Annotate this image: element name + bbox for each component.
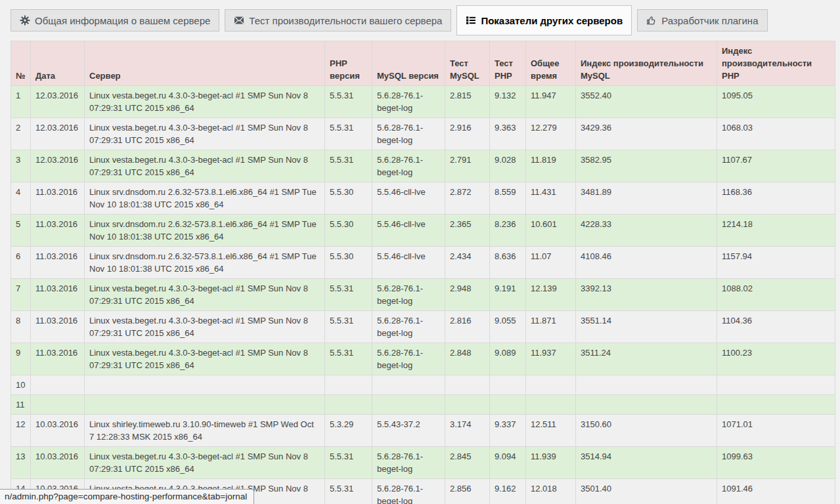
cell-date: 11.03.2016	[31, 343, 85, 375]
cell-num: 1	[11, 86, 31, 118]
cell-num: 3	[11, 150, 31, 182]
cell-server: Linux vesta.beget.ru 4.3.0-3-beget-acl #…	[85, 311, 325, 343]
cell-num: 7	[11, 279, 31, 311]
cell-mysql-version: 5.6.28-76.1-beget-log	[372, 311, 445, 343]
cell-test-php: 9.028	[490, 150, 526, 182]
cell-date: 12.03.2016	[31, 150, 85, 182]
column-header-php-version: PHP версия	[325, 41, 372, 86]
cell-server: Linux vesta.beget.ru 4.3.0-3-beget-acl #…	[85, 86, 325, 118]
table-row: 811.03.2016Linux vesta.beget.ru 4.3.0-3-…	[11, 311, 835, 343]
column-header-mysql-version: MySQL версия	[372, 41, 445, 86]
cell-mysql-version: 5.6.28-76.1-beget-log	[372, 150, 445, 182]
cell-server: Linux srv.dnsdom.ru 2.6.32-573.8.1.el6.x…	[85, 215, 325, 247]
table-row: 312.03.2016Linux vesta.beget.ru 4.3.0-3-…	[11, 150, 835, 182]
cell-perf-index-php: 1068.03	[717, 118, 835, 150]
cell-mysql-version: 5.6.28-76.1-beget-log	[372, 479, 445, 504]
thumbs-up-icon	[646, 15, 657, 26]
tab-plugin-developer[interactable]: Разработчик плагина	[637, 9, 767, 32]
cell-server	[85, 395, 325, 415]
cell-date: 11.03.2016	[31, 247, 85, 279]
cell-perf-index-mysql: 3552.40	[576, 86, 717, 118]
cell-perf-index-mysql: 3582.95	[576, 150, 717, 182]
tab-general-server-info[interactable]: Общая информация о вашем сервере	[11, 9, 219, 32]
cell-server: Linux shirley.timeweb.ru 3.10.90-timeweb…	[85, 415, 325, 447]
tab-bar: Общая информация о вашем сервере Тест пр…	[0, 0, 840, 32]
cell-perf-index-mysql: 3514.94	[576, 447, 717, 479]
cell-test-mysql: 2.845	[445, 447, 490, 479]
cell-total-time	[526, 395, 576, 415]
table-row: 112.03.2016Linux vesta.beget.ru 4.3.0-3-…	[11, 86, 835, 118]
cell-test-php: 9.094	[490, 447, 526, 479]
cell-server: Linux vesta.beget.ru 4.3.0-3-beget-acl #…	[85, 447, 325, 479]
cell-perf-index-php: 1088.02	[717, 279, 835, 311]
cell-php-version: 5.5.30	[325, 215, 372, 247]
cell-test-mysql: 2.872	[445, 182, 490, 215]
cell-test-php: 9.337	[490, 415, 526, 447]
cell-php-version: 5.3.29	[325, 415, 372, 447]
cell-test-php: 8.236	[490, 215, 526, 247]
list-icon	[466, 15, 476, 26]
cell-php-version: 5.5.31	[325, 118, 372, 150]
servers-benchmark-table: №ДатаСерверPHP версияMySQL версияТест My…	[11, 41, 835, 504]
column-header-num: №	[11, 41, 31, 86]
cell-server	[85, 375, 325, 395]
cell-perf-index-php: 1157.94	[717, 247, 835, 279]
cell-num: 12	[11, 415, 31, 447]
cell-perf-index-php	[717, 395, 835, 415]
cell-test-php	[490, 375, 526, 395]
cell-test-php: 9.089	[490, 343, 526, 375]
cell-perf-index-mysql	[576, 375, 717, 395]
cell-test-mysql	[445, 395, 490, 415]
tab-your-server-performance-test[interactable]: Тест производительности вашего сервера	[225, 9, 451, 32]
cell-num: 10	[11, 375, 31, 395]
cell-perf-index-mysql: 3511.24	[576, 343, 717, 375]
cell-perf-index-php: 1214.18	[717, 215, 835, 247]
cell-date: 11.03.2016	[31, 279, 85, 311]
gear-icon	[20, 15, 30, 26]
table-row: 411.03.2016Linux srv.dnsdom.ru 2.6.32-57…	[11, 182, 835, 215]
cell-perf-index-php: 1099.63	[717, 447, 835, 479]
tab-other-servers-metrics[interactable]: Показатели других серверов	[456, 5, 632, 35]
cell-date: 11.03.2016	[31, 182, 85, 215]
cell-test-mysql: 2.434	[445, 247, 490, 279]
cell-php-version: 5.5.31	[325, 279, 372, 311]
cell-perf-index-php: 1100.23	[717, 343, 835, 375]
cell-php-version	[325, 375, 372, 395]
cell-mysql-version: 5.6.28-76.1-beget-log	[372, 447, 445, 479]
cell-php-version: 5.5.31	[325, 479, 372, 504]
cell-total-time: 11.939	[526, 447, 576, 479]
cell-test-php	[490, 395, 526, 415]
cell-server: Linux srv.dnsdom.ru 2.6.32-573.8.1.el6.x…	[85, 182, 325, 215]
cell-test-mysql: 2.856	[445, 479, 490, 504]
cell-server: Linux srv.dnsdom.ru 2.6.32-573.8.1.el6.x…	[85, 247, 325, 279]
cell-perf-index-php: 1091.46	[717, 479, 835, 504]
cell-num: 5	[11, 215, 31, 247]
cell-mysql-version: 5.5.46-cll-lve	[372, 247, 445, 279]
table-body: 112.03.2016Linux vesta.beget.ru 4.3.0-3-…	[11, 86, 835, 504]
cell-php-version: 5.5.31	[325, 447, 372, 479]
tab-label: Тест производительности вашего сервера	[249, 15, 442, 26]
cell-num: 13	[11, 447, 31, 479]
header-row: №ДатаСерверPHP версияMySQL версияТест My…	[11, 41, 835, 86]
cell-perf-index-php: 1095.05	[717, 86, 835, 118]
cell-total-time: 12.139	[526, 279, 576, 311]
cell-date: 10.03.2016	[31, 447, 85, 479]
cell-perf-index-php: 1107.67	[717, 150, 835, 182]
cell-num: 4	[11, 182, 31, 215]
cell-test-mysql: 2.916	[445, 118, 490, 150]
cell-test-php: 9.191	[490, 279, 526, 311]
cell-num: 9	[11, 343, 31, 375]
cell-num: 6	[11, 247, 31, 279]
link-preview-status-bar: n/admin.php?page=compare-hosting-perform…	[0, 489, 254, 504]
column-header-test-php: Тест PHP	[490, 41, 526, 86]
cell-test-php: 9.055	[490, 311, 526, 343]
cell-date: 10.03.2016	[31, 415, 85, 447]
cell-perf-index-mysql: 4108.46	[576, 247, 717, 279]
cell-perf-index-mysql: 3481.89	[576, 182, 717, 215]
tab-label: Показатели других серверов	[481, 15, 623, 26]
tab-label: Разработчик плагина	[661, 15, 758, 26]
cell-test-php: 8.636	[490, 247, 526, 279]
envelope-icon	[234, 15, 244, 26]
cell-server: Linux vesta.beget.ru 4.3.0-3-beget-acl #…	[85, 118, 325, 150]
cell-test-php: 9.363	[490, 118, 526, 150]
